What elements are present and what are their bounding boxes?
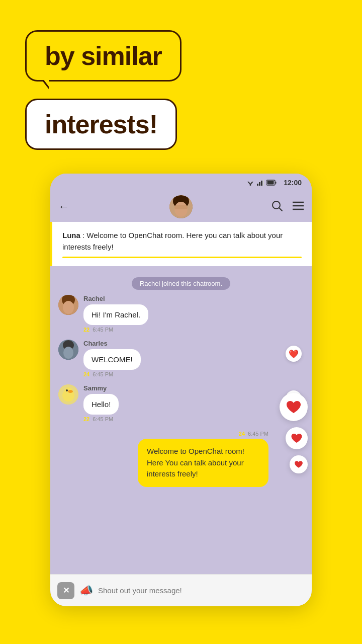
back-button[interactable]: ←: [58, 200, 69, 213]
signal-icon: [257, 180, 264, 186]
sammy-time: 6:45 PM: [93, 416, 113, 422]
small-heart-button[interactable]: [290, 455, 308, 473]
sammy-message-content: Sammy Hello! 22 6:45 PM: [83, 384, 119, 422]
own-message-content: 24 6:45 PM Welcome to OpenChat room! Her…: [138, 429, 268, 487]
svg-rect-13: [174, 205, 188, 209]
svg-point-24: [63, 347, 73, 359]
charles-bubble: WELCOME!: [83, 349, 141, 370]
charles-heart-reaction[interactable]: ❤️: [286, 346, 302, 362]
table-row: Sammy Hello! 22 6:45 PM ❤️: [58, 384, 304, 422]
sammy-count: 22: [83, 416, 89, 422]
own-bubble: Welcome to OpenChat room! Here You can t…: [138, 439, 268, 487]
bubble-1: by similar: [25, 30, 182, 82]
bubble-1-text: by similar: [45, 41, 162, 70]
banner-accent: [62, 257, 302, 258]
large-heart-button[interactable]: [280, 393, 308, 421]
medium-heart-icon: [291, 433, 303, 444]
chat-header: ←: [50, 192, 312, 222]
svg-rect-5: [261, 181, 262, 186]
search-icon[interactable]: [272, 200, 283, 214]
svg-point-2: [250, 184, 251, 186]
svg-rect-4: [259, 182, 260, 186]
welcome-banner: Luna : Welcome to OpenChat room. Here yo…: [50, 222, 312, 266]
menu-icon[interactable]: [293, 201, 304, 213]
battery-icon: [266, 180, 277, 186]
cancel-button[interactable]: ✕: [57, 582, 74, 599]
status-icons: [246, 180, 277, 186]
top-text-area: by similar interests!: [25, 30, 182, 150]
charles-name: Charles: [83, 340, 141, 347]
own-message-row: 24 6:45 PM Welcome to OpenChat room! Her…: [58, 429, 268, 487]
charles-message-content: Charles WELCOME! 24 6:45 PM: [83, 340, 141, 377]
status-time: 12:00: [284, 179, 302, 187]
header-avatar: [169, 195, 193, 218]
charles-text: WELCOME!: [92, 355, 133, 364]
heart-icon: ❤️: [289, 349, 299, 359]
bubble-2: interests!: [25, 99, 177, 150]
sammy-text: Hello!: [92, 400, 111, 409]
avatar-svg: [169, 195, 193, 218]
svg-point-29: [66, 389, 68, 391]
avatar-face: [169, 195, 193, 218]
svg-rect-6: [263, 180, 264, 186]
medium-heart-button[interactable]: [286, 427, 308, 449]
svg-rect-8: [267, 181, 274, 185]
sammy-avatar-svg: [58, 384, 78, 405]
rachel-name: Rachel: [83, 295, 148, 302]
svg-point-28: [68, 390, 73, 393]
rachel-time-row: 22 6:45 PM: [83, 327, 148, 333]
rachel-count: 22: [83, 327, 89, 333]
charles-count: 24: [83, 371, 89, 377]
welcome-sender: Luna: [62, 231, 80, 239]
background: by similar interests!: [0, 0, 362, 644]
welcome-message: : Welcome to OpenChat room. Here you can…: [62, 231, 283, 251]
floating-hearts: [280, 393, 308, 473]
small-heart-icon: [294, 460, 303, 468]
system-message: Rachel joined this chatroom.: [58, 277, 304, 290]
table-row: Rachel Hi! I'm Rachel. 22 6:45 PM: [58, 295, 304, 333]
system-message-text: Rachel joined this chatroom.: [132, 277, 230, 290]
own-text: Welcome to OpenChat room! Here You can t…: [147, 447, 244, 478]
svg-rect-3: [257, 184, 258, 186]
own-count: 24: [239, 431, 245, 437]
charles-time: 6:45 PM: [93, 371, 113, 377]
charles-time-row: 24 6:45 PM: [83, 371, 141, 377]
input-bar: ✕ 📣: [50, 574, 312, 606]
rachel-avatar: [58, 295, 78, 315]
wifi-icon: [246, 180, 254, 186]
message-input[interactable]: [98, 586, 305, 595]
own-time-row: 24 6:45 PM: [239, 431, 268, 437]
charles-avatar-svg: [58, 340, 78, 360]
sammy-time-row: 22 6:45 PM: [83, 416, 119, 422]
header-right-icons: [272, 200, 304, 214]
megaphone-icon: 📣: [79, 584, 93, 597]
phone-mockup: 12:00 ←: [50, 174, 312, 606]
svg-point-21: [63, 301, 74, 314]
status-bar: 12:00: [50, 174, 312, 192]
sammy-name: Sammy: [83, 384, 119, 392]
rachel-message-content: Rachel Hi! I'm Rachel. 22 6:45 PM: [83, 295, 148, 333]
table-row: Charles WELCOME! 24 6:45 PM ❤️: [58, 340, 304, 377]
x-icon: ✕: [63, 586, 69, 595]
chat-body[interactable]: Rachel joined this chatroom. Rachel Hi! …: [50, 266, 312, 574]
sammy-avatar: [58, 384, 78, 405]
rachel-text: Hi! I'm Rachel.: [92, 310, 140, 319]
charles-avatar: [58, 340, 78, 360]
welcome-banner-text: Luna : Welcome to OpenChat room. Here yo…: [62, 230, 302, 253]
svg-rect-9: [276, 182, 277, 184]
own-time: 6:45 PM: [248, 431, 268, 437]
rachel-bubble: Hi! I'm Rachel.: [83, 304, 148, 325]
rachel-time: 6:45 PM: [93, 327, 113, 333]
large-heart-icon: [286, 400, 302, 414]
svg-line-15: [279, 208, 282, 211]
sammy-bubble: Hello!: [83, 394, 119, 415]
bubble-2-text: interests!: [45, 110, 157, 139]
rachel-avatar-svg: [58, 295, 78, 315]
